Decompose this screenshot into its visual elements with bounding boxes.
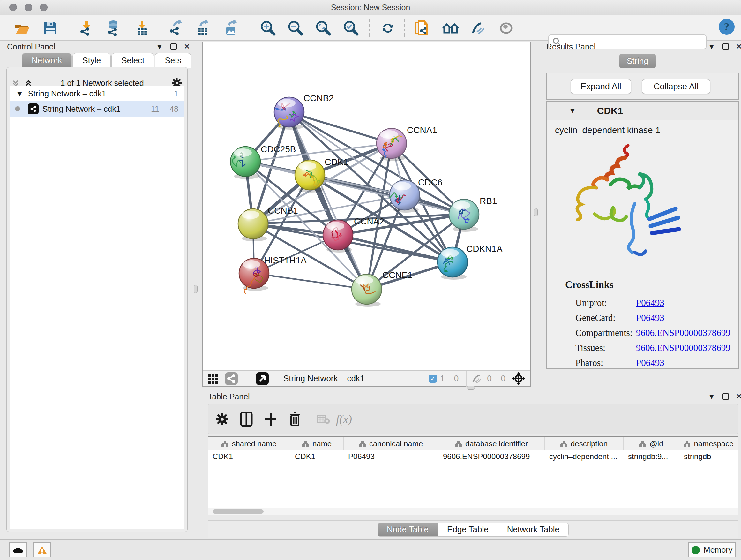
- crosslink-label: GeneCard:: [576, 313, 636, 323]
- zoom-out-icon[interactable]: [287, 20, 304, 37]
- panel-collapse-icon[interactable]: ▼: [708, 393, 716, 400]
- node-RB1[interactable]: RB1: [449, 196, 497, 232]
- panel-float-icon[interactable]: [723, 44, 729, 50]
- network-collection-row[interactable]: ▼ String Network – cdk1 1: [10, 86, 184, 101]
- control-panel-title: Control Panel: [7, 42, 55, 51]
- export-network-icon[interactable]: [167, 20, 184, 37]
- table-cell[interactable]: P06493: [344, 450, 439, 463]
- panel-collapse-icon[interactable]: ▼: [708, 43, 716, 51]
- selected-nodes-checkbox-icon[interactable]: ✓: [428, 374, 437, 383]
- node-CCNB1[interactable]: CCNB1: [238, 206, 298, 241]
- horizontal-splitter-handle[interactable]: [467, 386, 475, 389]
- section-expander-icon[interactable]: ▼: [569, 107, 576, 115]
- save-session-icon[interactable]: [42, 20, 59, 37]
- crosslink-value-link[interactable]: P06493: [636, 298, 664, 308]
- delete-column-icon[interactable]: [285, 410, 305, 429]
- tab-node-table[interactable]: Node Table: [378, 523, 438, 537]
- table-cell[interactable]: stringdb:9...: [623, 450, 679, 463]
- panel-close-icon[interactable]: ✕: [184, 43, 190, 51]
- node-CDC25B[interactable]: CDC25B: [230, 144, 296, 179]
- node-CCNB2[interactable]: CCNB2: [274, 93, 334, 130]
- hide-selected-icon[interactable]: [470, 20, 487, 37]
- string-view-icon[interactable]: [224, 372, 239, 386]
- import-network-file-icon[interactable]: [78, 20, 95, 37]
- tree-expander-icon[interactable]: ▼: [16, 89, 23, 98]
- column-header-database-identifier[interactable]: database identifier: [439, 437, 545, 450]
- tab-select[interactable]: Select: [111, 53, 154, 68]
- column-header-namespace[interactable]: namespace: [679, 437, 738, 450]
- table-cell[interactable]: CDK1: [208, 450, 290, 463]
- add-column-icon[interactable]: [261, 410, 280, 429]
- crosslink-value-link[interactable]: 9606.ENSP00000378699: [636, 327, 731, 338]
- node-label-CDC6: CDC6: [418, 178, 442, 187]
- warnings-button[interactable]: [33, 543, 51, 557]
- crosslink-value-link[interactable]: P06493: [636, 313, 664, 323]
- node-CDKN1A[interactable]: CDKN1A: [437, 244, 502, 280]
- export-table-icon[interactable]: [194, 20, 211, 37]
- gear-icon[interactable]: [212, 410, 232, 429]
- zoom-selected-icon[interactable]: [343, 20, 359, 37]
- protein-structure-image: [559, 140, 687, 271]
- import-table-icon[interactable]: [134, 20, 151, 37]
- birdseye-grid-icon[interactable]: [207, 372, 220, 385]
- tab-network-table[interactable]: Network Table: [498, 523, 569, 537]
- node-table[interactable]: shared namenamecanonical namedatabase id…: [208, 436, 738, 515]
- table-cell[interactable]: cyclin–dependent ...: [545, 450, 623, 463]
- panel-float-icon[interactable]: [723, 393, 729, 400]
- column-header-description[interactable]: description: [545, 437, 623, 450]
- table-row[interactable]: CDK1CDK1P064939606.ENSP00000378699cyclin…: [208, 450, 738, 463]
- table-cell[interactable]: stringdb: [679, 450, 738, 463]
- network-collection-label: String Network – cdk1: [28, 89, 106, 98]
- gene-section-header[interactable]: ▼ CDK1: [547, 102, 738, 120]
- table-cell[interactable]: CDK1: [290, 450, 344, 463]
- help-icon[interactable]: ?: [718, 18, 735, 35]
- column-header-name[interactable]: name: [290, 437, 344, 450]
- open-in-browser-icon[interactable]: [255, 372, 269, 386]
- node-HIST1H1A[interactable]: HIST1H1A: [239, 255, 307, 294]
- edge-CCNB2-CCNA1[interactable]: [289, 112, 392, 143]
- navbar-separator: [466, 371, 467, 387]
- hidden-elements-eye-icon[interactable]: [471, 373, 484, 384]
- fit-content-crosshair-icon[interactable]: [511, 371, 526, 386]
- split-columns-icon[interactable]: [237, 410, 256, 429]
- column-header-shared-name[interactable]: shared name: [208, 437, 290, 450]
- table-cell[interactable]: 9606.ENSP00000378699: [439, 450, 545, 463]
- expand-all-button[interactable]: Expand All: [570, 79, 631, 94]
- column-header-canonical-name[interactable]: canonical name: [344, 437, 439, 450]
- left-splitter-handle[interactable]: [194, 285, 198, 293]
- edge-CCNE1-HIST1H1A[interactable]: [254, 273, 367, 289]
- node-CCNE1[interactable]: CCNE1: [352, 270, 413, 307]
- panel-float-icon[interactable]: [171, 44, 177, 50]
- network-view[interactable]: CCNB2CCNA1CDC25BCDK1CDC6RB1CCNB1CCNA2CDK…: [202, 42, 531, 387]
- network-graph[interactable]: CCNB2CCNA1CDC25BCDK1CDC6RB1CCNB1CCNA2CDK…: [203, 42, 530, 370]
- panel-close-icon[interactable]: ✕: [736, 393, 741, 400]
- column-header--id[interactable]: @id: [623, 437, 679, 450]
- first-neighbors-icon[interactable]: [442, 20, 459, 37]
- crosslink-value-link[interactable]: P06493: [636, 358, 664, 368]
- tab-style[interactable]: Style: [72, 53, 111, 68]
- right-splitter-handle[interactable]: [534, 208, 538, 216]
- open-session-icon[interactable]: [14, 20, 30, 37]
- scrollbar-thumb[interactable]: [212, 509, 264, 514]
- memory-button[interactable]: Memory: [688, 543, 736, 557]
- tab-edge-table[interactable]: Edge Table: [438, 523, 498, 537]
- tab-string[interactable]: String: [619, 54, 656, 68]
- clone-network-icon[interactable]: [413, 20, 429, 37]
- column-type-icon: [359, 441, 366, 447]
- crosslink-value-link[interactable]: 9606.ENSP00000378699: [636, 343, 731, 353]
- tab-network[interactable]: Network: [22, 53, 72, 68]
- show-all-icon[interactable]: [498, 20, 515, 37]
- zoom-in-icon[interactable]: [260, 20, 276, 37]
- node-CCNA1[interactable]: CCNA1: [377, 125, 437, 161]
- zoom-fit-icon[interactable]: [315, 20, 332, 37]
- tab-sets[interactable]: Sets: [155, 53, 191, 68]
- cloud-button[interactable]: [9, 543, 27, 557]
- collapse-all-button[interactable]: Collapse All: [642, 79, 711, 94]
- export-image-icon[interactable]: [223, 20, 239, 37]
- panel-close-icon[interactable]: ✕: [736, 43, 741, 51]
- panel-collapse-icon[interactable]: ▼: [156, 43, 163, 51]
- network-row[interactable]: String Network – cdk1 11 48: [10, 101, 184, 117]
- import-network-database-icon[interactable]: [105, 20, 122, 37]
- horizontal-scrollbar[interactable]: [208, 508, 738, 515]
- refresh-icon[interactable]: [380, 20, 396, 37]
